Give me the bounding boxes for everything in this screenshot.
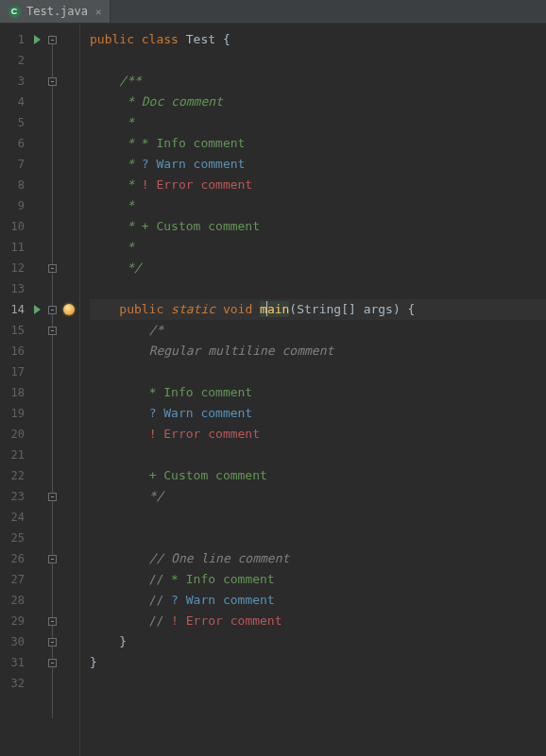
code-line: ! Error comment xyxy=(90,424,546,445)
run-icon[interactable] xyxy=(34,305,41,314)
intention-gutter xyxy=(59,24,79,756)
code-editor[interactable]: 1234567891011121314151617181920212223242… xyxy=(0,24,546,756)
code-line: * xyxy=(90,237,546,258)
code-line: Regular multiline comment xyxy=(90,341,546,361)
code-line: * Doc comment xyxy=(90,92,546,112)
code-line: * ? Warn comment xyxy=(90,154,546,175)
run-icon[interactable] xyxy=(34,35,41,44)
code-line: // One line comment xyxy=(90,548,546,569)
fold-toggle-icon[interactable] xyxy=(48,77,57,86)
code-line: + Custom comment xyxy=(90,465,546,486)
code-line xyxy=(90,445,546,465)
code-line xyxy=(90,50,546,71)
java-class-icon: C xyxy=(8,5,21,18)
close-icon[interactable]: ✕ xyxy=(95,6,102,18)
code-line: * * Info comment xyxy=(90,133,546,154)
fold-toggle-icon[interactable] xyxy=(48,555,57,563)
code-line: // * Info comment xyxy=(90,569,546,590)
code-line: ? Warn comment xyxy=(90,403,546,424)
fold-toggle-icon[interactable] xyxy=(48,659,57,667)
code-line xyxy=(90,278,546,299)
fold-toggle-icon[interactable] xyxy=(48,493,57,501)
code-line xyxy=(90,528,546,548)
code-line: /** xyxy=(90,71,546,92)
intention-bulb-icon[interactable] xyxy=(63,304,75,315)
code-line: // ! Error comment xyxy=(90,611,546,631)
code-line: /* xyxy=(90,320,546,341)
code-line: * xyxy=(90,112,546,133)
fold-toggle-icon[interactable] xyxy=(48,264,57,273)
fold-toggle-icon[interactable] xyxy=(48,306,57,314)
code-line: } xyxy=(90,652,546,673)
fold-toggle-icon[interactable] xyxy=(48,617,57,626)
code-line xyxy=(90,361,546,382)
code-line xyxy=(90,507,546,528)
fold-toggle-icon[interactable] xyxy=(48,327,57,335)
code-line: * xyxy=(90,195,546,216)
tab-filename: Test.java xyxy=(26,5,88,18)
code-line: * Info comment xyxy=(90,382,546,403)
code-line: * + Custom comment xyxy=(90,216,546,237)
fold-gutter xyxy=(45,24,59,756)
line-number-gutter[interactable]: 1234567891011121314151617181920212223242… xyxy=(0,24,28,756)
code-line: */ xyxy=(90,258,546,278)
code-line: } xyxy=(90,631,546,652)
code-line-current: public static void main(String[] args) { xyxy=(90,299,546,320)
code-line: * ! Error comment xyxy=(90,175,546,195)
tab-test-java[interactable]: C Test.java ✕ xyxy=(0,0,111,23)
fold-toggle-icon[interactable] xyxy=(48,36,57,44)
tab-bar: C Test.java ✕ xyxy=(0,0,546,24)
code-line: */ xyxy=(90,486,546,507)
fold-toggle-icon[interactable] xyxy=(48,638,57,647)
code-line xyxy=(90,673,546,694)
code-area[interactable]: public class Test { /** * Doc comment * … xyxy=(79,24,546,756)
run-gutter xyxy=(28,24,45,756)
code-line: // ? Warn comment xyxy=(90,590,546,611)
code-line: public class Test { xyxy=(90,29,546,50)
